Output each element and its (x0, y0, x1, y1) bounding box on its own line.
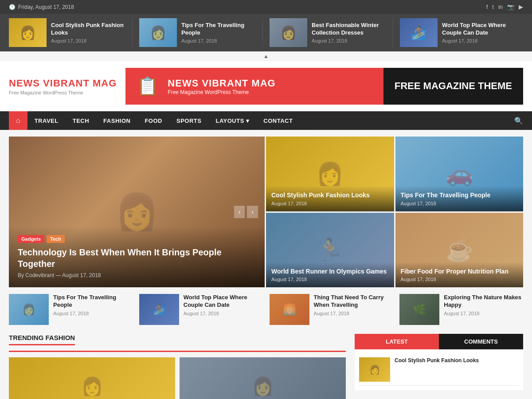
side-card-4[interactable]: ☕ Fiber Food For Proper Nutrition Plan A… (395, 213, 524, 288)
nav-item-layouts[interactable]: LAYOUTS ▾ (208, 112, 256, 129)
sidebar-content: 👩 Cool Stylish Punk Fashion Looks (355, 349, 523, 390)
small-cards-row: 👩 Tips For The Travelling People August … (9, 294, 523, 325)
featured-title-4: World Top Place Where Couple Can Date (442, 22, 516, 37)
nav-item-sports[interactable]: SPORTS (169, 112, 208, 129)
header-banner: 📋 NEWS VIBRANT MAG Free Magazine WordPre… (125, 68, 523, 105)
logo-sub: Free Magazine WordPress Theme (9, 90, 117, 95)
side-card-title-3: Tips For The Travelling People (401, 191, 518, 199)
hero-author: Codevibrant (25, 272, 54, 278)
next-arrow[interactable]: › (247, 206, 258, 218)
banner-title: NEWS VIBRANT MAG (168, 78, 275, 89)
small-card-3[interactable]: 🌅 Thing That Need To Carry When Travelli… (270, 294, 393, 325)
tab-comments[interactable]: COMMENTS (439, 334, 523, 349)
hero-main-meta: By Codevibrant — August 17, 2018 (18, 272, 256, 278)
sidebar-item-thumb-1: 👩 (359, 357, 390, 382)
instagram-icon[interactable]: 📷 (507, 4, 514, 10)
small-card-thumb-1: 👩 (9, 294, 49, 325)
side-card-date-3: August 17, 2018 (401, 201, 518, 206)
featured-item-3[interactable]: 👩 Best Fashionable Winter Collection Dre… (263, 18, 393, 47)
tag-gadgets[interactable]: Gadgets (18, 235, 44, 243)
small-card-thumb-4: 🌿 (399, 294, 439, 325)
small-card-date-2: August 17, 2018 (184, 311, 263, 316)
youtube-icon[interactable]: ▶ (519, 4, 523, 10)
nav-item-food[interactable]: FOOD (137, 112, 169, 129)
side-card-1[interactable]: 👩 Cool Stylish Punk Fashion Looks August… (266, 137, 394, 211)
tab-latest[interactable]: LATEST (355, 334, 439, 349)
featured-item-1[interactable]: 👩 Cool Stylish Punk Fashion Looks August… (9, 18, 133, 47)
side-card-date-4: August 17, 2018 (401, 277, 518, 282)
nav-item-fashion[interactable]: FASHION (96, 112, 137, 129)
small-card-title-4: Exploring The Nature Makes Happy (444, 294, 523, 309)
featured-thumb-4: 🏄 (400, 18, 438, 47)
hero-date: August 17, 2018 (62, 272, 101, 278)
slider-arrows: ‹ › (234, 206, 258, 218)
linkedin-icon[interactable]: in (498, 4, 503, 10)
side-card-title-1: Cool Stylish Punk Fashion Looks (271, 191, 389, 199)
small-card-1[interactable]: 👩 Tips For The Travelling People August … (9, 294, 133, 325)
clock-icon: 🕐 (9, 4, 16, 10)
logo[interactable]: NEWS VIBRANT MAG Free Magazine WordPress… (9, 78, 117, 95)
side-card-title-2: World Best Runner In Olympics Games (271, 267, 389, 275)
featured-date-4: August 17, 2018 (442, 38, 516, 43)
nav-search-button[interactable]: 🔍 (514, 117, 523, 125)
banner-icon: 📋 (137, 76, 159, 97)
hero-tags: Gadgets Tech (18, 235, 256, 243)
hero-side-left: 👩 Cool Stylish Punk Fashion Looks August… (266, 137, 394, 287)
featured-thumb-2: 👩 (139, 18, 177, 47)
small-card-title-3: Thing That Need To Carry When Travelling (314, 294, 393, 309)
hero-main-overlay: Gadgets Tech Technology Is Best When Whe… (9, 226, 265, 287)
trending-card-2[interactable]: 👩 Cool Stylish Punk Fashion Looks (180, 357, 346, 399)
side-card-2[interactable]: 🏃 World Best Runner In Olympics Games Au… (266, 213, 394, 288)
small-card-info-3: Thing That Need To Carry When Travelling… (314, 294, 393, 316)
trending-card-image-2: 👩 (180, 357, 346, 399)
nav-item-tech[interactable]: TECH (66, 112, 96, 129)
nav-item-travel[interactable]: TRAVEL (27, 112, 66, 129)
featured-title-3: Best Fashionable Winter Collection Dress… (312, 22, 386, 37)
featured-thumb-1: 👩 (9, 18, 47, 47)
small-card-info-1: Tips For The Travelling People August 17… (53, 294, 133, 316)
side-card-overlay-1: Cool Stylish Punk Fashion Looks August 1… (266, 186, 394, 211)
prev-arrow[interactable]: ‹ (234, 206, 245, 218)
top-bar-date: 🕐 Friday, August 17, 2018 (9, 4, 74, 10)
small-card-2[interactable]: 🏄 World Top Place Where Couple Can Date … (139, 294, 263, 325)
small-card-title-2: World Top Place Where Couple Can Date (184, 294, 263, 309)
side-card-overlay-3: Tips For The Travelling People August 17… (395, 186, 524, 211)
trending-right-sidebar: LATEST COMMENTS 👩 Cool Stylish Punk Fash… (355, 334, 523, 399)
hero-main-card[interactable]: 👩 Gadgets Tech Technology Is Best When W… (9, 137, 265, 287)
small-card-date-1: August 17, 2018 (53, 311, 133, 316)
small-card-thumb-3: 🌅 (270, 294, 309, 325)
nav-item-contact[interactable]: CONTACT (256, 112, 300, 129)
featured-info-2: Tips For The Travelling People August 17… (181, 22, 256, 44)
small-card-thumb-2: 🏄 (139, 294, 179, 325)
nav-home-button[interactable]: ⌂ (9, 111, 27, 130)
main-content: 👩 Gadgets Tech Technology Is Best When W… (0, 130, 532, 399)
small-card-4[interactable]: 🌿 Exploring The Nature Makes Happy Augus… (399, 294, 523, 325)
trending-card-image-1: 👩 (9, 357, 175, 399)
sidebar-item-info-1: Cool Stylish Punk Fashion Looks (395, 357, 479, 364)
navigation: ⌂ TRAVEL TECH FASHION FOOD SPORTS LAYOUT… (0, 111, 532, 130)
top-bar: 🕐 Friday, August 17, 2018 f t in 📷 ▶ (0, 0, 532, 14)
social-links: f t in 📷 ▶ (486, 4, 523, 10)
banner-ad-text: NEWS VIBRANT MAG Free Magazine WordPress… (168, 78, 275, 95)
featured-item-4[interactable]: 🏄 World Top Place Where Couple Can Date … (393, 18, 523, 47)
tag-tech[interactable]: Tech (47, 235, 65, 243)
side-card-3[interactable]: 🚗 Tips For The Travelling People August … (395, 137, 524, 211)
header: NEWS VIBRANT MAG Free Magazine WordPress… (0, 61, 532, 111)
sidebar-item-1[interactable]: 👩 Cool Stylish Punk Fashion Looks (359, 354, 519, 386)
banner-ad: 📋 NEWS VIBRANT MAG Free Magazine WordPre… (125, 68, 383, 105)
featured-date-1: August 17, 2018 (51, 38, 125, 43)
sidebar-item-title-1: Cool Stylish Punk Fashion Looks (395, 357, 479, 364)
featured-date-2: August 17, 2018 (181, 38, 256, 43)
featured-title-1: Cool Stylish Punk Fashion Looks (51, 22, 125, 37)
side-card-title-4: Fiber Food For Proper Nutrition Plan (401, 267, 518, 275)
trending-card-1[interactable]: 👩 Best Fashionable Winter Collection Dre… (9, 357, 175, 399)
scroll-up[interactable]: ▲ (0, 51, 532, 61)
hero-main-title: Technology Is Best When When It Brings P… (18, 246, 256, 270)
featured-item-2[interactable]: 👩 Tips For The Travelling People August … (133, 18, 263, 47)
twitter-icon[interactable]: t (492, 4, 494, 10)
sidebar-tabs: LATEST COMMENTS (355, 334, 523, 349)
banner-right-text: FREE MAGAZINE THEME (395, 80, 512, 92)
chevron-down-icon: ▾ (246, 117, 250, 124)
facebook-icon[interactable]: f (486, 4, 488, 10)
featured-title-2: Tips For The Travelling People (181, 22, 256, 37)
